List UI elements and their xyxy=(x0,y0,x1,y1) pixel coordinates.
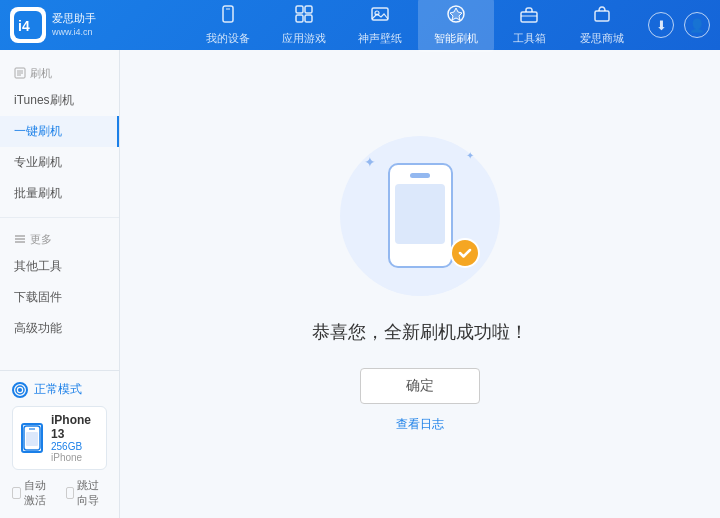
svg-text:i4: i4 xyxy=(18,18,30,34)
svg-rect-5 xyxy=(305,6,312,13)
svg-rect-25 xyxy=(26,432,38,446)
tab-smart-flash[interactable]: 智能刷机 xyxy=(418,0,494,52)
sidebar-item-batch-flash[interactable]: 批量刷机 xyxy=(0,178,119,209)
view-log-link[interactable]: 查看日志 xyxy=(396,416,444,433)
content-main: ✦ ✦ 恭喜您，全新刷机成功啦！ 确定 查看日志 xyxy=(120,50,720,518)
device-mode-row: 正常模式 xyxy=(12,381,107,398)
sidebar-item-pro-flash[interactable]: 专业刷机 xyxy=(0,147,119,178)
nav-tabs: 我的设备 应用游戏 神声壁纸 xyxy=(120,0,710,52)
sidebar-bottom: 正常模式 iPhone 13 256GB iPhone xyxy=(0,370,119,518)
auto-activate-checkbox[interactable]: 自动激活 xyxy=(12,478,54,508)
device-type: iPhone xyxy=(51,452,98,463)
device-info: iPhone 13 256GB iPhone xyxy=(51,413,98,463)
svg-rect-2 xyxy=(223,6,233,22)
my-device-icon xyxy=(218,4,238,29)
star-tr-icon: ✦ xyxy=(466,150,474,161)
device-phone-icon xyxy=(21,423,43,453)
sidebar-section-more-title: 更多 xyxy=(0,226,119,251)
store-icon xyxy=(592,4,612,29)
app-header: i4 爱思助手 www.i4.cn 我的设备 xyxy=(0,0,720,50)
smart-flash-icon xyxy=(446,4,466,29)
sidebar-divider xyxy=(0,217,119,218)
device-name: iPhone 13 xyxy=(51,413,98,441)
confirm-button[interactable]: 确定 xyxy=(360,368,480,404)
skip-guide-label: 跳过向导 xyxy=(77,478,107,508)
tab-apps-games[interactable]: 应用游戏 xyxy=(266,0,342,52)
tab-wallpaper[interactable]: 神声壁纸 xyxy=(342,0,418,52)
device-storage: 256GB xyxy=(51,441,98,452)
download-btn[interactable]: ⬇ xyxy=(648,12,674,38)
phone-shape xyxy=(388,163,453,268)
svg-rect-11 xyxy=(521,12,537,22)
tab-my-device[interactable]: 我的设备 xyxy=(190,0,266,52)
svg-rect-13 xyxy=(595,11,609,21)
auto-activate-label: 自动激活 xyxy=(24,478,54,508)
mode-label: 正常模式 xyxy=(34,381,82,398)
phone-screen xyxy=(395,184,445,244)
mode-icon xyxy=(12,382,28,398)
tab-store[interactable]: 爱思商城 xyxy=(564,0,640,52)
checkbox-row: 自动激活 跳过向导 xyxy=(12,478,107,508)
svg-point-22 xyxy=(18,388,22,392)
main-layout: 刷机 iTunes刷机 一键刷机 专业刷机 批量刷机 更多 其他工具 下载固件 … xyxy=(0,50,720,518)
sidebar-item-itunes-flash[interactable]: iTunes刷机 xyxy=(0,85,119,116)
skip-guide-checkbox[interactable]: 跳过向导 xyxy=(66,478,108,508)
sidebar-top: 刷机 iTunes刷机 一键刷机 专业刷机 批量刷机 更多 其他工具 下载固件 … xyxy=(0,50,119,370)
tab-toolbox[interactable]: 工具箱 xyxy=(494,0,564,52)
svg-rect-8 xyxy=(372,8,388,20)
section-icon xyxy=(14,67,26,81)
skip-guide-box[interactable] xyxy=(66,487,75,499)
success-title: 恭喜您，全新刷机成功啦！ xyxy=(312,320,528,344)
content-area: ✦ ✦ 恭喜您，全新刷机成功啦！ 确定 查看日志 xyxy=(120,50,720,518)
success-badge xyxy=(450,238,480,268)
sidebar: 刷机 iTunes刷机 一键刷机 专业刷机 批量刷机 更多 其他工具 下载固件 … xyxy=(0,50,120,518)
sidebar-item-other-tools[interactable]: 其他工具 xyxy=(0,251,119,282)
logo-area: i4 爱思助手 www.i4.cn xyxy=(10,7,120,43)
sidebar-item-download-fw[interactable]: 下载固件 xyxy=(0,282,119,313)
app-logo: i4 xyxy=(10,7,46,43)
logo-text: 爱思助手 www.i4.cn xyxy=(52,11,96,39)
header-right-controls: ⬇ 👤 xyxy=(648,0,710,50)
device-card: iPhone 13 256GB iPhone xyxy=(12,406,107,470)
more-section-icon xyxy=(14,233,26,247)
apps-games-icon xyxy=(294,4,314,29)
sidebar-item-one-key-flash[interactable]: 一键刷机 xyxy=(0,116,119,147)
user-btn[interactable]: 👤 xyxy=(684,12,710,38)
wallpaper-icon xyxy=(370,4,390,29)
sidebar-item-advanced[interactable]: 高级功能 xyxy=(0,313,119,344)
star-tl-icon: ✦ xyxy=(364,154,376,170)
toolbox-icon xyxy=(519,4,539,29)
svg-rect-6 xyxy=(296,15,303,22)
svg-rect-4 xyxy=(296,6,303,13)
sidebar-section-flash-title: 刷机 xyxy=(0,60,119,85)
svg-rect-7 xyxy=(305,15,312,22)
success-illustration: ✦ ✦ xyxy=(340,136,500,296)
phone-notch xyxy=(410,173,430,178)
auto-activate-box[interactable] xyxy=(12,487,21,499)
